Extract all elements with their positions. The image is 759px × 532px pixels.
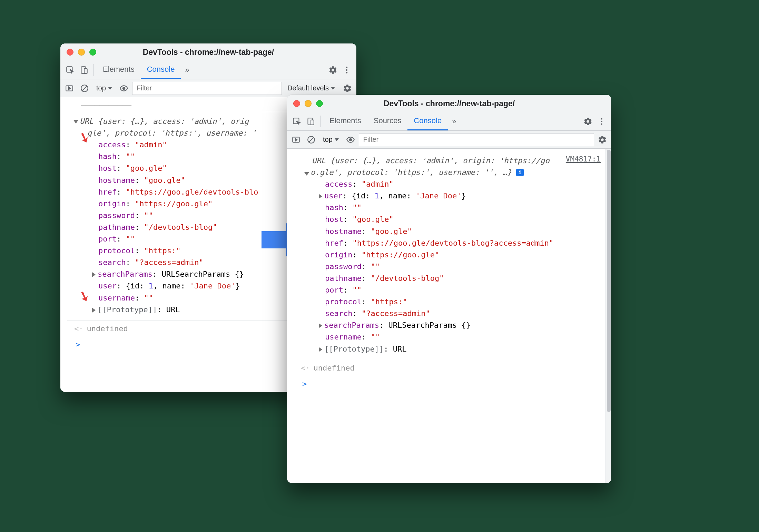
tabstrip: Elements Sources Console » bbox=[287, 112, 611, 131]
divider bbox=[93, 64, 94, 76]
svg-point-13 bbox=[601, 118, 602, 119]
filter-input[interactable] bbox=[132, 82, 282, 95]
filter-input[interactable] bbox=[359, 133, 594, 146]
titlebar: DevTools - chrome://new-tab-page/ bbox=[60, 43, 356, 61]
prop-access[interactable]: access: "admin" bbox=[294, 178, 605, 190]
console-output[interactable]: VM4817:1 URL {user: {…}, access: 'admin'… bbox=[287, 149, 605, 483]
clear-console-icon[interactable] bbox=[78, 81, 91, 95]
info-badge-icon[interactable]: i bbox=[516, 169, 524, 176]
disclosure-triangle-icon[interactable] bbox=[73, 120, 78, 124]
tab-elements[interactable]: Elements bbox=[323, 112, 367, 130]
prop-hostname[interactable]: hostname: "goo.gle" bbox=[294, 226, 605, 237]
svg-point-4 bbox=[346, 69, 347, 70]
chevron-down-icon bbox=[331, 87, 335, 90]
prop-prototype[interactable]: [[Prototype]]: URL bbox=[294, 343, 605, 355]
tab-elements[interactable]: Elements bbox=[97, 61, 141, 79]
toggle-sidebar-icon[interactable] bbox=[62, 81, 76, 95]
prop-href[interactable]: href: "https://goo.gle/devtools-blog?acc… bbox=[294, 237, 605, 249]
levels-label: Default levels bbox=[287, 84, 329, 92]
svg-rect-12 bbox=[311, 120, 314, 125]
clear-console-icon[interactable] bbox=[304, 133, 318, 147]
device-toggle-icon[interactable] bbox=[77, 63, 91, 77]
svg-point-18 bbox=[349, 138, 352, 141]
console-content: VM4817:1 URL {user: {…}, access: 'admin'… bbox=[287, 149, 611, 483]
disclosure-triangle-icon[interactable] bbox=[319, 323, 322, 328]
prop-protocol[interactable]: protocol: "https:" bbox=[294, 296, 605, 308]
source-link[interactable]: VM4817:1 bbox=[566, 154, 601, 165]
disclosure-triangle-icon[interactable] bbox=[92, 272, 96, 277]
prop-search[interactable]: search: "?access=admin" bbox=[294, 308, 605, 319]
live-expression-icon[interactable] bbox=[117, 81, 131, 95]
context-label: top bbox=[323, 136, 333, 144]
inspect-icon[interactable] bbox=[63, 63, 77, 77]
log-levels-selector[interactable]: Default levels bbox=[283, 84, 339, 92]
context-selector[interactable]: top bbox=[319, 134, 342, 145]
gear-icon[interactable] bbox=[341, 81, 354, 95]
disclosure-triangle-icon[interactable] bbox=[92, 308, 96, 313]
gear-icon[interactable] bbox=[595, 133, 609, 147]
tabstrip: Elements Console » bbox=[60, 61, 356, 79]
gear-icon[interactable] bbox=[581, 115, 595, 128]
inspect-icon[interactable] bbox=[290, 115, 304, 128]
live-expression-icon[interactable] bbox=[344, 133, 357, 147]
device-toggle-icon[interactable] bbox=[304, 115, 317, 128]
disclosure-triangle-icon[interactable] bbox=[319, 347, 322, 352]
svg-point-8 bbox=[123, 87, 125, 89]
object-preview[interactable]: URL {user: {…}, access: 'admin', origin:… bbox=[294, 155, 605, 167]
svg-point-14 bbox=[601, 120, 602, 122]
traffic-lights bbox=[293, 100, 323, 107]
prop-password[interactable]: password: "" bbox=[294, 261, 605, 273]
prop-searchparams[interactable]: searchParams: URLSearchParams {} bbox=[294, 319, 605, 331]
maximize-button[interactable] bbox=[316, 100, 323, 107]
window-title: DevTools - chrome://new-tab-page/ bbox=[287, 99, 611, 108]
close-button[interactable] bbox=[67, 49, 73, 56]
console-subbar: top bbox=[287, 131, 611, 149]
tabs-overflow-icon[interactable]: » bbox=[448, 117, 460, 126]
minimize-button[interactable] bbox=[305, 100, 312, 107]
prop-user[interactable]: user: {id: 1, name: 'Jane Doe'} bbox=[294, 190, 605, 202]
result-undefined: <·undefined bbox=[294, 360, 605, 376]
chevron-down-icon bbox=[108, 87, 112, 90]
tabs-overflow-icon[interactable]: » bbox=[181, 66, 193, 75]
scrollbar-thumb[interactable] bbox=[607, 150, 611, 412]
traffic-lights bbox=[67, 49, 96, 56]
context-selector[interactable]: top bbox=[93, 83, 116, 93]
window-title: DevTools - chrome://new-tab-page/ bbox=[60, 48, 356, 57]
maximize-button[interactable] bbox=[89, 49, 96, 56]
svg-point-5 bbox=[346, 72, 347, 73]
close-button[interactable] bbox=[293, 100, 300, 107]
titlebar: DevTools - chrome://new-tab-page/ bbox=[287, 95, 611, 112]
svg-point-3 bbox=[346, 67, 347, 68]
scrollbar[interactable] bbox=[605, 149, 611, 483]
svg-rect-2 bbox=[84, 68, 87, 73]
prop-port[interactable]: port: "" bbox=[294, 284, 605, 296]
toggle-sidebar-icon[interactable] bbox=[289, 133, 303, 147]
divider bbox=[320, 116, 321, 127]
chevron-down-icon bbox=[335, 138, 339, 141]
kebab-icon[interactable] bbox=[340, 63, 354, 77]
console-prompt[interactable]: > bbox=[294, 376, 605, 392]
svg-point-15 bbox=[601, 123, 602, 125]
disclosure-triangle-icon[interactable] bbox=[319, 194, 322, 199]
prop-hash[interactable]: hash: "" bbox=[294, 202, 605, 214]
tab-console[interactable]: Console bbox=[141, 61, 181, 79]
prop-host[interactable]: host: "goo.gle" bbox=[294, 214, 605, 225]
disclosure-triangle-icon[interactable] bbox=[304, 172, 309, 176]
minimize-button[interactable] bbox=[78, 49, 85, 56]
devtools-window-after: DevTools - chrome://new-tab-page/ Elemen… bbox=[287, 95, 611, 483]
tab-console[interactable]: Console bbox=[407, 112, 448, 130]
tab-sources[interactable]: Sources bbox=[367, 112, 408, 130]
kebab-icon[interactable] bbox=[595, 115, 609, 128]
prop-origin[interactable]: origin: "https://goo.gle" bbox=[294, 249, 605, 261]
gear-icon[interactable] bbox=[326, 63, 340, 77]
context-label: top bbox=[96, 84, 106, 92]
prop-pathname[interactable]: pathname: "/devtools-blog" bbox=[294, 273, 605, 284]
prop-username[interactable]: username: "" bbox=[294, 331, 605, 343]
